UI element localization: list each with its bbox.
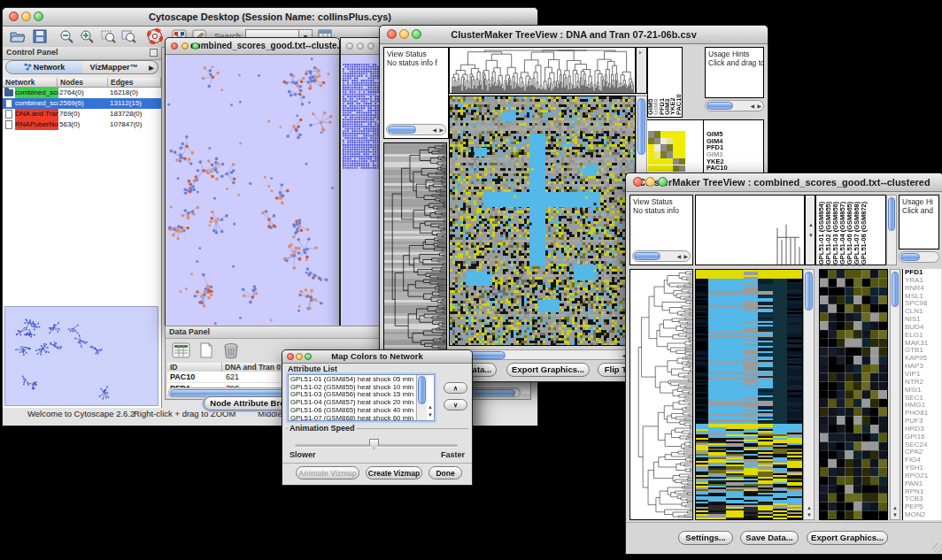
attribute-up-button[interactable]: ∧ — [444, 382, 467, 394]
tv1-row-labels: GIM5GIM4PFD1GIM3YKE2PAC10 — [706, 131, 728, 172]
matrix-cell — [648, 144, 654, 151]
tv2-row-dendrogram[interactable] — [629, 269, 693, 520]
tv2-settings-button[interactable]: Settings... — [678, 531, 733, 545]
close-button[interactable] — [346, 42, 353, 50]
tv1-status-hscrollbar[interactable]: ◀ ▶ — [386, 124, 446, 135]
open-file-icon[interactable] — [10, 29, 26, 43]
tv1-usage-hscrollbar[interactable]: ◀ ▶ — [705, 100, 764, 111]
cell-id: PAC10 — [170, 372, 195, 382]
tv1-usage-hints-panel: Usage HintsClick and drag tc — [705, 47, 764, 98]
create-vizmap-button[interactable]: Create Vizmap — [366, 466, 422, 479]
network-view-title-bar[interactable]: combined_scores_good.txt--cluste... — [166, 38, 339, 55]
column-label: GPL51-07 (GSM868) — [853, 196, 861, 265]
column-label: GPL51-02 (GSM855) — [825, 196, 832, 265]
animate-vizmap-button[interactable]: Animate Vizmap — [296, 466, 359, 479]
column-label: GPL51-04 (GSM857) — [839, 196, 846, 265]
zoom-window-button[interactable] — [367, 42, 374, 50]
treeview1-title-bar[interactable]: ClusterMaker TreeView : DNA and Tran 07-… — [380, 26, 768, 44]
matrix-cell — [660, 144, 667, 151]
close-button[interactable] — [633, 177, 643, 187]
tv2-top-vscrollbar[interactable] — [886, 195, 897, 265]
minimize-button[interactable] — [296, 353, 303, 360]
tv2-heatmap[interactable] — [695, 269, 803, 520]
matrix-cell — [654, 138, 660, 145]
edge-count: 107847(0) — [110, 119, 142, 130]
tv1-heatmap[interactable] — [449, 96, 636, 346]
zoom-out-icon[interactable] — [59, 29, 73, 43]
new-attribute-icon[interactable] — [197, 341, 216, 359]
save-icon[interactable] — [33, 29, 47, 43]
tv2-save-data-button[interactable]: Save Data... — [740, 531, 799, 545]
tab-more-button[interactable]: ▶ — [145, 60, 158, 74]
network-canvas-area[interactable] — [166, 55, 338, 326]
tv1-row-dendrogram[interactable] — [383, 142, 447, 351]
attribute-select-icon[interactable] — [172, 341, 191, 359]
tab-network[interactable]: Network — [5, 60, 83, 74]
tv2-view-status-panel: View StatusNo status info ◀ ▶ — [629, 195, 693, 265]
minimize-button[interactable] — [21, 12, 31, 21]
network-tree-row[interactable]: combined_sco2569(6)13112(15) — [3, 98, 161, 109]
minimize-button[interactable] — [357, 42, 364, 50]
tv2-arrow-strip[interactable]: ▲ ▼ — [805, 195, 815, 265]
close-button[interactable] — [387, 29, 397, 39]
matrix-cell — [673, 158, 679, 165]
attribute-list-vscrollbar[interactable] — [416, 375, 427, 420]
dialog-title-bar[interactable]: Map Colors to Network — [282, 350, 472, 364]
minimize-button[interactable] — [645, 177, 655, 187]
network-tree-row[interactable]: combined_scores2764(0)16218(0) — [3, 88, 161, 98]
attribute-down-button[interactable]: ∨ — [444, 399, 467, 410]
delete-attribute-trash-icon[interactable] — [221, 341, 241, 359]
tv2-genelist-vscrollbar[interactable]: ▲ ▼ — [890, 269, 900, 520]
zoom-window-button[interactable] — [658, 177, 668, 187]
attribute-item[interactable]: GPL51-07 (GSM868) heat shock 60 min — [290, 415, 413, 421]
tv1-similarity-matrix[interactable] — [648, 131, 685, 173]
zoom-selected-icon[interactable] — [101, 29, 116, 43]
node-count: 2569(6) — [59, 98, 84, 109]
close-button[interactable] — [171, 42, 178, 50]
zoom-window-button[interactable] — [192, 42, 199, 50]
matrix-cell — [679, 144, 685, 151]
birdseye-view[interactable] — [4, 306, 158, 406]
slider-thumb[interactable] — [369, 439, 379, 449]
tv2-status-hscrollbar[interactable]: ◀ ▶ — [632, 250, 691, 262]
matrix-cell — [648, 165, 654, 173]
tv1-export-graphics-button[interactable]: Export Graphics... — [506, 363, 590, 377]
treeview2-title-bar[interactable]: ClusterMaker TreeView : combined_scores_… — [626, 173, 942, 192]
tv1-column-dendrogram[interactable] — [449, 47, 636, 94]
minimize-button[interactable] — [399, 29, 409, 39]
dialog-title: Map Colors to Network — [331, 351, 422, 361]
zoom-window-button[interactable] — [34, 12, 43, 21]
network-tab-icon — [24, 63, 32, 71]
edge-count: 16218(0) — [110, 88, 138, 98]
column-header-network[interactable]: Network — [3, 78, 58, 88]
tv2-column-dendrogram[interactable] — [695, 195, 805, 265]
network-tree-row[interactable]: DNA and Tran 07769(0)183728(0) — [3, 109, 161, 119]
main-title-bar[interactable]: Cytoscape Desktop (Session Name: collins… — [3, 8, 537, 27]
close-button[interactable] — [9, 12, 19, 21]
minimize-button[interactable] — [181, 42, 189, 50]
column-header-nodes[interactable]: Nodes — [58, 78, 108, 88]
resize-grip[interactable] — [932, 543, 942, 553]
help-lifesaver-icon[interactable] — [147, 28, 163, 44]
network-tree-row[interactable]: RNAPuberNov2+563(0)107847(0) — [3, 119, 161, 130]
zoom-window-button[interactable] — [305, 353, 312, 360]
float-panel-icon[interactable] — [150, 49, 158, 57]
zoom-window-button[interactable] — [412, 29, 421, 39]
tab-vizmapper[interactable]: VizMapper™ — [82, 60, 146, 74]
gene-label[interactable]: MON2 — [905, 511, 941, 519]
tv2-export-graphics-button[interactable]: Export Graphics... — [807, 531, 888, 545]
zoom-fit-icon[interactable] — [121, 29, 136, 43]
tv2-button-bar: Settings... Save Data... Export Graphics… — [626, 522, 942, 554]
close-button[interactable] — [287, 353, 294, 360]
matrix-cell — [667, 144, 673, 151]
tv2-heatmap-vscrollbar[interactable]: ▲ ▼ — [803, 269, 815, 520]
tv1-heatmap-hscrollbar[interactable]: ◀ ▶ — [449, 349, 636, 360]
folder-icon — [4, 89, 13, 96]
zoom-in-icon[interactable] — [80, 29, 94, 43]
tv2-zoom-heatmap[interactable] — [819, 269, 888, 520]
network-tree-list: combined_scores2764(0)16218(0)combined_s… — [3, 88, 161, 130]
tv2-usage-hscrollbar[interactable] — [899, 251, 939, 263]
done-button[interactable]: Done — [429, 466, 462, 479]
attribute-listbox[interactable]: GPL51-01 (GSM854) heat shock 05 minGPL51… — [288, 374, 435, 421]
column-header-edges[interactable]: Edges — [108, 78, 161, 88]
